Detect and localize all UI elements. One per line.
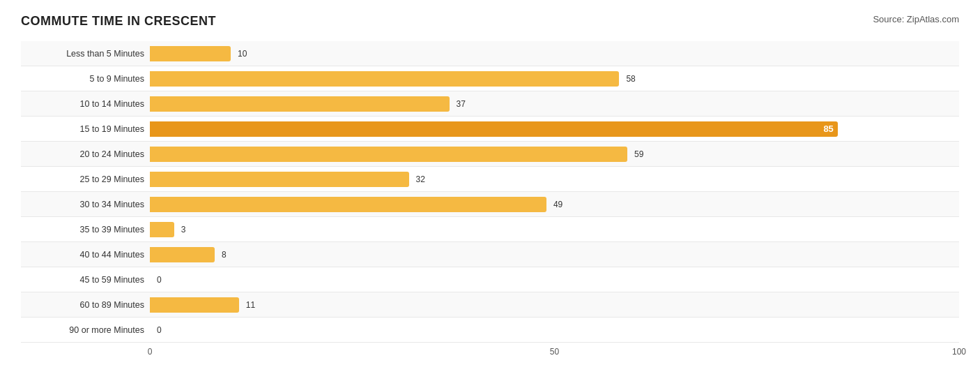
bar-value: 8 [218, 250, 227, 260]
bar-label: 35 to 39 Minutes [21, 225, 150, 234]
bar-container: 37 [150, 96, 959, 112]
bar-value: 0 [153, 275, 162, 285]
bar-fill: 10 [150, 46, 231, 61]
bar-value: 0 [153, 325, 162, 335]
bar-value: 37 [453, 99, 466, 109]
bar-value: 58 [622, 74, 635, 84]
bar-row: 10 to 14 Minutes37 [21, 91, 959, 117]
bar-container: 3 [150, 222, 959, 237]
bar-fill: 3 [150, 222, 174, 237]
bar-container: 8 [150, 247, 959, 262]
bar-label: 25 to 29 Minutes [21, 174, 150, 184]
chart-body: Less than 5 Minutes105 to 9 Minutes5810 … [21, 41, 959, 359]
bar-container: 0 [150, 322, 959, 338]
bar-value: 85 [820, 124, 833, 134]
x-axis-tick: 50 [550, 347, 559, 357]
bar-label: 90 or more Minutes [21, 325, 150, 335]
bar-label: 40 to 44 Minutes [21, 250, 150, 260]
chart-title: COMMUTE TIME IN CRESCENT [21, 14, 216, 29]
bar-value: 59 [631, 149, 643, 159]
bar-container: 49 [150, 197, 959, 212]
bar-fill: 58 [150, 71, 619, 87]
bar-row: 35 to 39 Minutes3 [21, 217, 959, 242]
bar-label: 15 to 19 Minutes [21, 124, 150, 134]
bar-row: 15 to 19 Minutes85 [21, 117, 959, 142]
bar-value: 32 [413, 174, 425, 184]
bar-row: 25 to 29 Minutes32 [21, 167, 959, 192]
x-axis-inner: 050100 [150, 345, 959, 359]
x-axis-tick: 100 [952, 347, 966, 357]
bar-label: 20 to 24 Minutes [21, 149, 150, 159]
bar-row: 60 to 89 Minutes11 [21, 292, 959, 318]
bar-container: 0 [150, 272, 959, 288]
x-axis: 050100 [21, 345, 959, 359]
chart-area: Less than 5 Minutes105 to 9 Minutes5810 … [21, 41, 959, 343]
bar-fill: 59 [150, 147, 627, 162]
bar-value: 49 [550, 200, 562, 209]
bar-value: 3 [178, 225, 186, 234]
bar-container: 58 [150, 71, 959, 87]
bar-label: 10 to 14 Minutes [21, 99, 150, 109]
chart-header: COMMUTE TIME IN CRESCENT Source: ZipAtla… [21, 14, 959, 29]
bar-row: 45 to 59 Minutes0 [21, 267, 959, 292]
bar-fill: 8 [150, 247, 215, 262]
bar-row: 40 to 44 Minutes8 [21, 242, 959, 267]
chart-source: Source: ZipAtlas.com [873, 14, 959, 24]
bar-value: 11 [243, 300, 255, 310]
bar-fill: 85 [150, 121, 838, 137]
bar-fill: 32 [150, 172, 409, 187]
bar-container: 11 [150, 297, 959, 313]
x-axis-tick: 0 [148, 347, 153, 357]
bar-container: 59 [150, 147, 959, 162]
bar-container: 85 [150, 121, 959, 137]
bar-label: 45 to 59 Minutes [21, 275, 150, 285]
bar-row: 20 to 24 Minutes59 [21, 142, 959, 167]
bar-label: 30 to 34 Minutes [21, 200, 150, 209]
bar-fill: 11 [150, 297, 239, 313]
bar-row: Less than 5 Minutes10 [21, 41, 959, 66]
bar-row: 5 to 9 Minutes58 [21, 66, 959, 91]
bar-value: 10 [234, 49, 247, 59]
bar-label: 60 to 89 Minutes [21, 300, 150, 310]
bar-row: 30 to 34 Minutes49 [21, 192, 959, 217]
bar-container: 10 [150, 46, 959, 61]
bar-container: 32 [150, 172, 959, 187]
bar-fill: 49 [150, 197, 546, 212]
chart-wrapper: COMMUTE TIME IN CRESCENT Source: ZipAtla… [21, 14, 959, 359]
bar-fill: 37 [150, 96, 450, 112]
bar-row: 90 or more Minutes0 [21, 318, 959, 343]
bar-label: Less than 5 Minutes [21, 49, 150, 59]
bar-label: 5 to 9 Minutes [21, 74, 150, 84]
